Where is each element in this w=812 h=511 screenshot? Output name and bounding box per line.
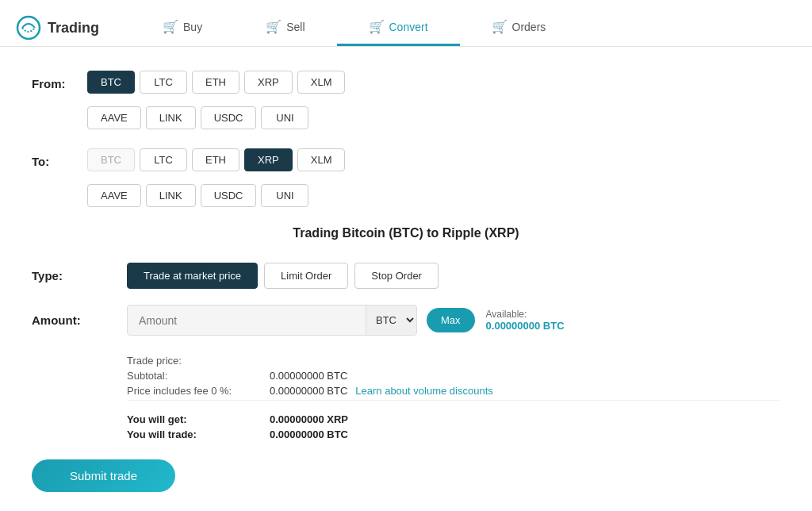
trade-price-row: Trade price: — [127, 355, 780, 367]
tab-orders[interactable]: 🛒 Orders — [460, 10, 578, 46]
subtotal-row: Subtotal: 0.00000000 BTC — [127, 370, 780, 382]
svg-point-0 — [17, 17, 40, 39]
to-section: To: BTC LTC ETH XRP XLM AAVE LINK USDC U… — [32, 148, 780, 207]
subtotal-label: Subtotal: — [127, 370, 270, 382]
to-label-spacer — [32, 184, 87, 190]
trading-logo-icon — [16, 15, 41, 40]
from-btn-ltc[interactable]: LTC — [140, 71, 187, 94]
you-trade-value: 0.00000000 BTC — [270, 428, 348, 440]
from-row2: AAVE LINK USDC UNI — [32, 106, 780, 129]
amount-currency-select[interactable]: BTC XRP — [366, 305, 416, 335]
tab-convert[interactable]: 🛒 Convert — [337, 10, 460, 46]
nav-tabs: 🛒 Buy 🛒 Sell 🛒 Convert 🛒 Orders — [131, 10, 796, 46]
to-btn-xlm[interactable]: XLM — [297, 148, 346, 171]
available-info: Available: 0.00000000 BTC — [486, 309, 565, 332]
you-get-label: You will get: — [127, 413, 270, 425]
app-container: Trading 🛒 Buy 🛒 Sell 🛒 Convert 🛒 Orders — [0, 0, 812, 511]
to-btn-uni[interactable]: UNI — [261, 184, 308, 207]
type-btn-market[interactable]: Trade at market price — [127, 263, 258, 289]
orders-tab-icon: 🛒 — [492, 19, 508, 34]
type-btn-limit[interactable]: Limit Order — [264, 263, 348, 289]
type-btn-stop[interactable]: Stop Order — [354, 263, 439, 289]
convert-tab-icon: 🛒 — [369, 19, 385, 34]
you-get-value: 0.00000000 XRP — [270, 413, 348, 425]
app-title: Trading — [48, 20, 99, 36]
amount-input-group: BTC XRP — [127, 305, 417, 336]
from-btn-xrp[interactable]: XRP — [244, 71, 293, 94]
to-btn-ltc[interactable]: LTC — [140, 148, 187, 171]
from-section: From: BTC LTC ETH XRP XLM AAVE LINK USDC… — [32, 71, 780, 129]
logo: Trading — [16, 15, 99, 40]
trading-pair-title: Trading Bitcoin (BTC) to Ripple (XRP) — [32, 226, 780, 240]
from-btn-uni[interactable]: UNI — [261, 106, 308, 129]
amount-input[interactable] — [128, 306, 366, 335]
subtotal-value: 0.00000000 BTC — [270, 370, 347, 382]
type-label: Type: — [32, 269, 127, 282]
tab-sell-label: Sell — [286, 21, 304, 33]
from-label-spacer — [32, 106, 87, 113]
tab-buy[interactable]: 🛒 Buy — [131, 10, 234, 46]
to-currency-row2: AAVE LINK USDC UNI — [87, 184, 780, 207]
from-currency-row2: AAVE LINK USDC UNI — [87, 106, 780, 129]
trade-info-divider — [127, 400, 780, 401]
from-label: From: — [32, 71, 87, 90]
submit-area: Submit trade — [32, 459, 780, 492]
from-btn-xlm[interactable]: XLM — [297, 71, 346, 94]
you-trade-row: You will trade: 0.00000000 BTC — [127, 428, 780, 440]
header: Trading 🛒 Buy 🛒 Sell 🛒 Convert 🛒 Orders — [0, 0, 812, 47]
to-btn-link[interactable]: LINK — [146, 184, 196, 207]
from-row1: From: BTC LTC ETH XRP XLM — [32, 71, 780, 94]
from-btn-aave[interactable]: AAVE — [87, 106, 141, 129]
to-btn-eth[interactable]: ETH — [192, 148, 239, 171]
tab-buy-label: Buy — [183, 21, 202, 33]
submit-trade-button[interactable]: Submit trade — [32, 459, 175, 492]
to-btn-xrp[interactable]: XRP — [244, 148, 293, 171]
to-label: To: — [32, 148, 87, 168]
trade-info: Trade price: Subtotal: 0.00000000 BTC Pr… — [127, 355, 780, 440]
to-btn-btc: BTC — [87, 148, 135, 171]
fee-value: 0.00000000 BTC — [270, 385, 347, 397]
available-label: Available: — [486, 309, 565, 320]
fee-row: Price includes fee 0 %: 0.00000000 BTC L… — [127, 385, 780, 397]
to-row1: To: BTC LTC ETH XRP XLM — [32, 148, 780, 171]
tab-sell[interactable]: 🛒 Sell — [234, 10, 336, 46]
from-currency-row1: BTC LTC ETH XRP XLM — [87, 71, 780, 94]
tab-convert-label: Convert — [389, 21, 428, 33]
max-button[interactable]: Max — [427, 308, 475, 332]
type-section: Type: Trade at market price Limit Order … — [32, 263, 780, 289]
to-row2: AAVE LINK USDC UNI — [32, 184, 780, 207]
from-btn-eth[interactable]: ETH — [192, 71, 239, 94]
from-btn-usdc[interactable]: USDC — [201, 106, 257, 129]
from-btn-link[interactable]: LINK — [146, 106, 196, 129]
buy-tab-icon: 🛒 — [163, 19, 178, 34]
trade-price-label: Trade price: — [127, 355, 270, 367]
type-buttons: Trade at market price Limit Order Stop O… — [127, 263, 439, 289]
fee-link[interactable]: Learn about volume discounts — [355, 385, 492, 397]
to-currency-row1: BTC LTC ETH XRP XLM — [87, 148, 780, 171]
amount-section: Amount: BTC XRP Max Available: 0.0000000… — [32, 305, 780, 336]
you-trade-label: You will trade: — [127, 428, 270, 440]
tab-orders-label: Orders — [512, 21, 546, 33]
from-btn-btc[interactable]: BTC — [87, 71, 135, 94]
sell-tab-icon: 🛒 — [266, 19, 282, 34]
to-btn-usdc[interactable]: USDC — [201, 184, 257, 207]
available-value: 0.00000000 BTC — [486, 320, 565, 332]
main-content: From: BTC LTC ETH XRP XLM AAVE LINK USDC… — [0, 47, 812, 511]
amount-label: Amount: — [32, 313, 127, 327]
you-get-row: You will get: 0.00000000 XRP — [127, 413, 780, 425]
fee-label: Price includes fee 0 %: — [127, 385, 270, 397]
to-btn-aave[interactable]: AAVE — [87, 184, 141, 207]
